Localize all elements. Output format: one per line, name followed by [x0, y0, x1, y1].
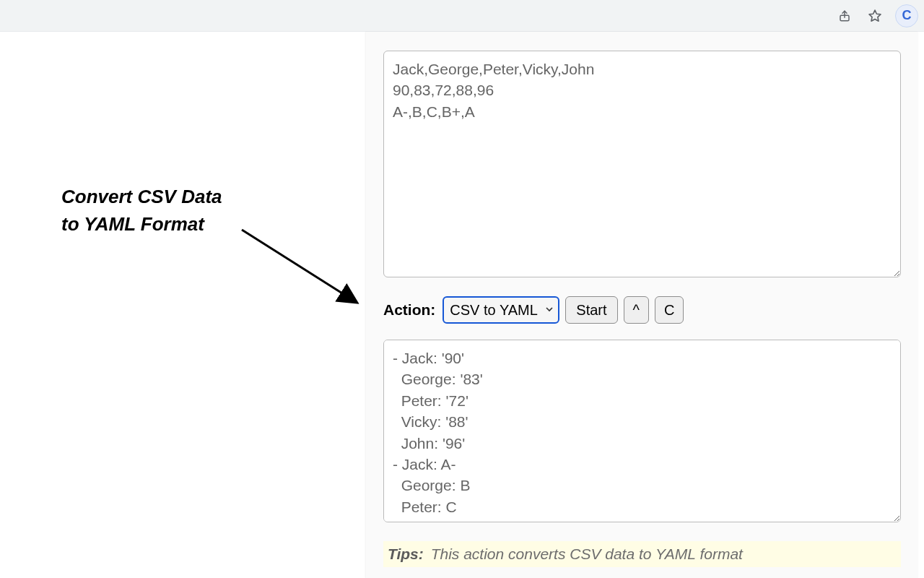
action-select[interactable]: CSV to YAML: [443, 296, 559, 324]
caret-button[interactable]: ^: [624, 296, 649, 324]
share-icon[interactable]: [834, 6, 855, 26]
yaml-output-textarea[interactable]: [383, 340, 901, 522]
extension-icon[interactable]: C: [895, 4, 918, 27]
tips-label: Tips:: [388, 545, 424, 562]
bookmark-star-icon[interactable]: [865, 6, 885, 26]
tips-bar: Tips: This action converts CSV data to Y…: [383, 541, 901, 567]
csv-input-textarea[interactable]: [383, 51, 901, 277]
page-body: Convert CSV Data to YAML Format Action: …: [0, 32, 924, 578]
arrow-icon: [238, 223, 368, 309]
start-button[interactable]: Start: [565, 296, 617, 324]
annotation-line-1: Convert CSV Data: [61, 186, 222, 207]
annotation-text: Convert CSV Data to YAML Format: [61, 184, 222, 238]
extension-icon-letter: C: [902, 8, 912, 23]
svg-line-3: [242, 230, 354, 301]
svg-marker-1: [869, 10, 881, 21]
annotation-line-2: to YAML Format: [61, 213, 204, 235]
action-row: Action: CSV to YAML Start ^ C: [383, 296, 901, 324]
extension-popup: Action: CSV to YAML Start ^ C Tips: This…: [366, 32, 918, 578]
clear-button[interactable]: C: [655, 296, 684, 324]
action-label: Action:: [383, 301, 435, 319]
action-select-wrap: CSV to YAML: [443, 296, 559, 324]
browser-toolbar: C: [0, 0, 924, 32]
tips-text: This action converts CSV data to YAML fo…: [431, 545, 743, 562]
